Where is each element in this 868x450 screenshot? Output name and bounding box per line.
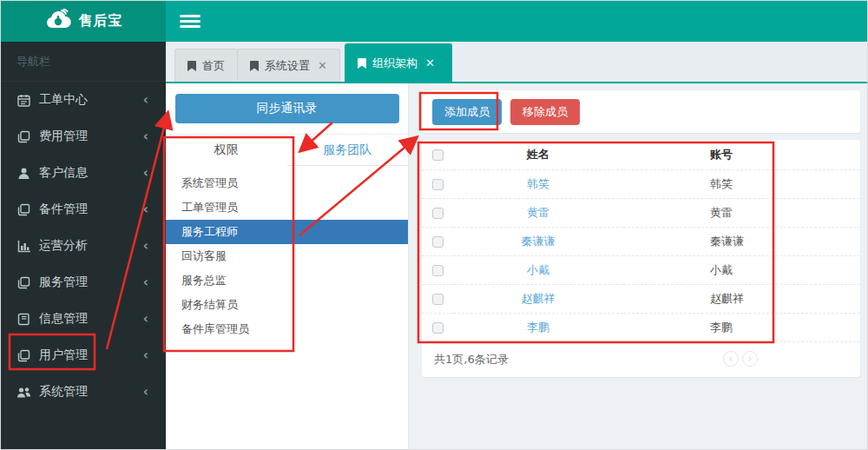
- row-checkbox[interactable]: [432, 179, 444, 190]
- book-icon: [16, 312, 31, 327]
- next-page-icon[interactable]: ›: [742, 351, 758, 367]
- sidebar-item-label: 运营分析: [39, 238, 143, 254]
- role-item[interactable]: 回访客服: [166, 244, 408, 268]
- chevron-collapse-icon: ‹: [143, 238, 148, 254]
- member-name-link[interactable]: 小戴: [527, 263, 549, 276]
- member-name-link[interactable]: 赵麒祥: [522, 292, 556, 305]
- cloud-wrench-logo-icon: [44, 9, 74, 35]
- member-account: 李鹏: [623, 313, 860, 341]
- menu-toggle-icon[interactable]: [180, 12, 201, 30]
- tab-org-structure[interactable]: 组织架构✕: [345, 43, 452, 82]
- chevron-collapse-icon: ‹: [143, 275, 148, 290]
- app-window: 售后宝 导航栏 工单中心‹费用管理‹客户信息‹备件管理‹运营分析‹服务管理‹信息…: [0, 0, 868, 450]
- remove-member-button[interactable]: 移除成员: [510, 99, 580, 125]
- role-item[interactable]: 备件库管理员: [166, 317, 408, 341]
- row-checkbox[interactable]: [432, 294, 444, 305]
- tab-label: 组织架构: [372, 56, 418, 71]
- tab-label: 首页: [202, 58, 225, 74]
- sync-contacts-button[interactable]: 同步通讯录: [175, 94, 399, 123]
- bookmark-icon: [187, 61, 196, 71]
- member-account: 黄雷: [623, 198, 860, 227]
- sidebar: 售后宝 导航栏 工单中心‹费用管理‹客户信息‹备件管理‹运营分析‹服务管理‹信息…: [1, 1, 166, 450]
- tab-close-icon[interactable]: ✕: [425, 56, 435, 69]
- sidebar-item-spare-parts[interactable]: 备件管理‹: [1, 191, 166, 228]
- pagination-summary: 共1页,6条记录: [434, 352, 509, 367]
- tab-home[interactable]: 首页: [174, 49, 238, 82]
- copy-icon: [16, 275, 31, 290]
- sidebar-item-info-management[interactable]: 信息管理‹: [1, 301, 166, 337]
- member-row: 小戴小戴: [422, 255, 860, 284]
- sidebar-item-label: 信息管理: [39, 311, 143, 327]
- main-area: 首页系统设置✕组织架构✕ 同步通讯录 权限服务团队 系统管理员工单管理员服务工程…: [166, 1, 867, 450]
- users-icon: [16, 385, 31, 400]
- member-account: 韩笑: [623, 169, 860, 198]
- panel-tab-permissions[interactable]: 权限: [166, 135, 287, 166]
- copy-icon: [16, 129, 31, 144]
- bookmark-icon: [358, 58, 366, 69]
- role-item[interactable]: 系统管理员: [166, 171, 408, 195]
- pagination-bar: 共1页,6条记录 ‹ ›: [422, 342, 860, 377]
- sidebar-item-customer-info[interactable]: 客户信息‹: [1, 155, 166, 191]
- members-table: 姓名 账号 韩笑韩笑黄雷黄雷秦谦谦秦谦谦小戴小戴赵麒祥赵麒祥李鹏李鹏: [422, 140, 860, 342]
- panel-tabs: 权限服务团队: [166, 135, 408, 166]
- app-logo: 售后宝: [1, 1, 166, 42]
- role-item[interactable]: 服务总监: [166, 268, 408, 293]
- row-checkbox[interactable]: [432, 322, 444, 334]
- chevron-collapse-icon: ‹: [143, 202, 148, 217]
- copy-icon: [16, 348, 31, 363]
- sidebar-item-work-order-center[interactable]: 工单中心‹: [1, 82, 166, 118]
- column-header-account: 账号: [623, 140, 860, 169]
- member-name-link[interactable]: 李鹏: [527, 321, 549, 334]
- roles-panel: 同步通讯录 权限服务团队 系统管理员工单管理员服务工程师回访客服服务总监财务结算…: [166, 83, 409, 450]
- member-name-link[interactable]: 韩笑: [527, 177, 549, 190]
- select-all-checkbox[interactable]: [432, 149, 444, 161]
- member-name-link[interactable]: 黄雷: [527, 206, 549, 219]
- nav-section-label: 导航栏: [1, 42, 166, 82]
- sidebar-item-label: 备件管理: [39, 202, 143, 217]
- member-row: 秦谦谦秦谦谦: [422, 227, 860, 255]
- member-row: 韩笑韩笑: [422, 169, 860, 198]
- calendar-icon: [16, 93, 31, 108]
- chevron-collapse-icon: ‹: [143, 129, 148, 144]
- member-row: 李鹏李鹏: [422, 313, 860, 341]
- row-checkbox[interactable]: [432, 236, 444, 248]
- panel-tab-service-team[interactable]: 服务团队: [287, 135, 409, 166]
- role-item[interactable]: 工单管理员: [166, 195, 408, 220]
- member-row: 黄雷黄雷: [422, 198, 860, 227]
- chevron-collapse-icon: ‹: [143, 311, 148, 327]
- chevron-collapse-icon: ‹: [143, 384, 148, 400]
- sidebar-item-operation-analysis[interactable]: 运营分析‹: [1, 228, 166, 264]
- members-table-card: 姓名 账号 韩笑韩笑黄雷黄雷秦谦谦秦谦谦小戴小戴赵麒祥赵麒祥李鹏李鹏 共1页,6…: [422, 140, 860, 377]
- prev-page-icon[interactable]: ‹: [723, 351, 739, 367]
- member-actions-card: 添加成员 移除成员: [422, 90, 860, 133]
- sidebar-item-label: 客户信息: [39, 165, 143, 181]
- top-header: [166, 1, 867, 42]
- role-item[interactable]: 财务结算员: [166, 293, 408, 317]
- member-name-link[interactable]: 秦谦谦: [522, 235, 556, 248]
- bookmark-icon: [250, 61, 259, 71]
- sidebar-item-label: 系统管理: [39, 384, 143, 400]
- add-member-button[interactable]: 添加成员: [432, 99, 502, 125]
- sidebar-item-system-management[interactable]: 系统管理‹: [1, 374, 166, 410]
- column-header-name: 姓名: [453, 140, 623, 169]
- row-checkbox[interactable]: [432, 208, 444, 219]
- content-area: 同步通讯录 权限服务团队 系统管理员工单管理员服务工程师回访客服服务总监财务结算…: [166, 83, 867, 450]
- sidebar-item-service-management[interactable]: 服务管理‹: [1, 264, 166, 301]
- member-account: 秦谦谦: [623, 227, 860, 255]
- chevron-collapse-icon: ‹: [143, 347, 148, 363]
- app-title: 售后宝: [79, 12, 123, 30]
- chevron-collapse-icon: ‹: [143, 92, 148, 108]
- chart-icon: [16, 239, 31, 254]
- user-icon: [16, 166, 31, 181]
- sidebar-item-label: 服务管理: [39, 275, 143, 290]
- member-account: 赵麒祥: [623, 284, 860, 313]
- sidebar-item-expense-management[interactable]: 费用管理‹: [1, 118, 166, 155]
- row-checkbox[interactable]: [432, 265, 444, 276]
- tab-system-settings[interactable]: 系统设置✕: [237, 49, 340, 82]
- member-row: 赵麒祥赵麒祥: [422, 284, 860, 313]
- role-list: 系统管理员工单管理员服务工程师回访客服服务总监财务结算员备件库管理员: [166, 171, 408, 341]
- sidebar-item-user-management[interactable]: 用户管理‹: [1, 337, 166, 374]
- tab-close-icon[interactable]: ✕: [318, 59, 327, 72]
- sidebar-item-label: 工单中心: [39, 92, 143, 108]
- role-item[interactable]: 服务工程师: [166, 220, 408, 244]
